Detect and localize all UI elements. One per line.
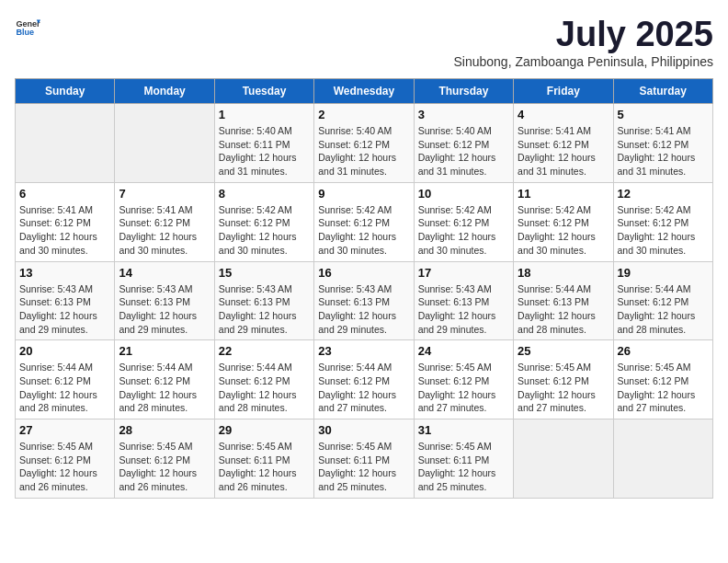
day-info: Sunrise: 5:43 AM Sunset: 6:13 PM Dayligh…	[318, 282, 409, 337]
calendar-cell: 18Sunrise: 5:44 AM Sunset: 6:13 PM Dayli…	[514, 261, 613, 340]
day-of-week-header: Thursday	[414, 79, 513, 104]
calendar-cell: 17Sunrise: 5:43 AM Sunset: 6:13 PM Dayli…	[414, 261, 513, 340]
calendar-cell: 8Sunrise: 5:42 AM Sunset: 6:12 PM Daylig…	[214, 182, 313, 261]
day-info: Sunrise: 5:44 AM Sunset: 6:12 PM Dayligh…	[119, 361, 210, 415]
day-info: Sunrise: 5:42 AM Sunset: 6:12 PM Dayligh…	[518, 203, 609, 258]
day-info: Sunrise: 5:42 AM Sunset: 6:12 PM Dayligh…	[318, 203, 409, 258]
day-number: 31	[418, 423, 509, 437]
calendar-week-row: 20Sunrise: 5:44 AM Sunset: 6:12 PM Dayli…	[16, 340, 713, 419]
day-info: Sunrise: 5:41 AM Sunset: 6:12 PM Dayligh…	[618, 124, 709, 178]
calendar-cell: 25Sunrise: 5:45 AM Sunset: 6:12 PM Dayli…	[514, 340, 613, 419]
day-info: Sunrise: 5:44 AM Sunset: 6:12 PM Dayligh…	[318, 361, 409, 415]
day-info: Sunrise: 5:42 AM Sunset: 6:12 PM Dayligh…	[219, 203, 310, 258]
calendar-cell: 21Sunrise: 5:44 AM Sunset: 6:12 PM Dayli…	[115, 340, 214, 419]
day-number: 6	[19, 187, 110, 201]
title-area: July 2025 Sinubong, Zamboanga Peninsula,…	[453, 15, 713, 69]
day-info: Sunrise: 5:45 AM Sunset: 6:12 PM Dayligh…	[19, 440, 110, 494]
day-info: Sunrise: 5:44 AM Sunset: 6:12 PM Dayligh…	[19, 361, 110, 415]
day-number: 26	[618, 344, 709, 358]
day-info: Sunrise: 5:41 AM Sunset: 6:12 PM Dayligh…	[119, 203, 210, 258]
calendar-table: SundayMondayTuesdayWednesdayThursdayFrid…	[15, 78, 713, 499]
day-info: Sunrise: 5:43 AM Sunset: 6:13 PM Dayligh…	[19, 282, 110, 337]
day-number: 29	[219, 423, 310, 437]
day-number: 30	[318, 423, 409, 437]
day-info: Sunrise: 5:44 AM Sunset: 6:12 PM Dayligh…	[219, 361, 310, 415]
day-info: Sunrise: 5:45 AM Sunset: 6:12 PM Dayligh…	[119, 440, 210, 494]
calendar-cell: 13Sunrise: 5:43 AM Sunset: 6:13 PM Dayli…	[16, 261, 115, 340]
month-title: July 2025	[453, 15, 713, 54]
day-info: Sunrise: 5:40 AM Sunset: 6:12 PM Dayligh…	[318, 124, 409, 178]
day-of-week-header: Friday	[514, 79, 613, 104]
day-info: Sunrise: 5:41 AM Sunset: 6:12 PM Dayligh…	[19, 203, 110, 258]
day-info: Sunrise: 5:45 AM Sunset: 6:12 PM Dayligh…	[418, 361, 509, 415]
day-number: 25	[518, 344, 609, 358]
calendar-header: SundayMondayTuesdayWednesdayThursdayFrid…	[16, 79, 713, 104]
calendar-cell	[115, 104, 214, 183]
day-number: 8	[219, 187, 310, 201]
logo-icon: General Blue	[15, 15, 40, 40]
day-number: 24	[418, 344, 509, 358]
calendar-cell: 10Sunrise: 5:42 AM Sunset: 6:12 PM Dayli…	[414, 182, 513, 261]
calendar-cell: 31Sunrise: 5:45 AM Sunset: 6:11 PM Dayli…	[414, 419, 513, 499]
calendar-cell	[16, 104, 115, 183]
day-info: Sunrise: 5:43 AM Sunset: 6:13 PM Dayligh…	[119, 282, 210, 337]
calendar-cell: 22Sunrise: 5:44 AM Sunset: 6:12 PM Dayli…	[214, 340, 313, 419]
day-number: 3	[418, 108, 509, 121]
day-number: 19	[618, 266, 709, 280]
calendar-cell	[514, 419, 613, 499]
day-info: Sunrise: 5:43 AM Sunset: 6:13 PM Dayligh…	[418, 282, 509, 337]
day-of-week-header: Wednesday	[314, 79, 414, 104]
calendar-cell: 19Sunrise: 5:44 AM Sunset: 6:12 PM Dayli…	[613, 261, 712, 340]
calendar-cell: 27Sunrise: 5:45 AM Sunset: 6:12 PM Dayli…	[16, 419, 115, 499]
day-number: 21	[119, 344, 210, 358]
calendar-cell: 28Sunrise: 5:45 AM Sunset: 6:12 PM Dayli…	[115, 419, 214, 499]
day-number: 5	[618, 108, 709, 121]
svg-text:Blue: Blue	[16, 28, 34, 37]
calendar-cell: 4Sunrise: 5:41 AM Sunset: 6:12 PM Daylig…	[514, 104, 613, 183]
day-info: Sunrise: 5:44 AM Sunset: 6:13 PM Dayligh…	[518, 282, 609, 337]
day-number: 11	[518, 187, 609, 201]
subtitle: Sinubong, Zamboanga Peninsula, Philippin…	[453, 54, 713, 69]
day-of-week-header: Tuesday	[214, 79, 313, 104]
day-number: 20	[19, 344, 110, 358]
day-info: Sunrise: 5:42 AM Sunset: 6:12 PM Dayligh…	[418, 203, 509, 258]
day-number: 1	[219, 108, 310, 121]
day-info: Sunrise: 5:45 AM Sunset: 6:11 PM Dayligh…	[219, 440, 310, 494]
calendar-cell: 30Sunrise: 5:45 AM Sunset: 6:11 PM Dayli…	[314, 419, 414, 499]
svg-text:General: General	[16, 19, 40, 29]
calendar-week-row: 13Sunrise: 5:43 AM Sunset: 6:13 PM Dayli…	[16, 261, 713, 340]
day-number: 9	[318, 187, 409, 201]
day-number: 10	[418, 187, 509, 201]
calendar-cell: 24Sunrise: 5:45 AM Sunset: 6:12 PM Dayli…	[414, 340, 513, 419]
calendar-cell: 3Sunrise: 5:40 AM Sunset: 6:12 PM Daylig…	[414, 104, 513, 183]
day-number: 23	[318, 344, 409, 358]
day-number: 18	[518, 266, 609, 280]
day-number: 12	[618, 187, 709, 201]
day-of-week-header: Monday	[115, 79, 214, 104]
day-info: Sunrise: 5:41 AM Sunset: 6:12 PM Dayligh…	[518, 124, 609, 178]
calendar-cell: 1Sunrise: 5:40 AM Sunset: 6:11 PM Daylig…	[214, 104, 313, 183]
day-number: 22	[219, 344, 310, 358]
day-number: 2	[318, 108, 409, 121]
calendar-cell: 14Sunrise: 5:43 AM Sunset: 6:13 PM Dayli…	[115, 261, 214, 340]
day-info: Sunrise: 5:43 AM Sunset: 6:13 PM Dayligh…	[219, 282, 310, 337]
calendar-cell: 9Sunrise: 5:42 AM Sunset: 6:12 PM Daylig…	[314, 182, 414, 261]
day-info: Sunrise: 5:45 AM Sunset: 6:11 PM Dayligh…	[318, 440, 409, 494]
logo: General Blue	[15, 15, 40, 40]
calendar-week-row: 1Sunrise: 5:40 AM Sunset: 6:11 PM Daylig…	[16, 104, 713, 183]
day-number: 17	[418, 266, 509, 280]
day-number: 4	[518, 108, 609, 121]
calendar-cell: 11Sunrise: 5:42 AM Sunset: 6:12 PM Dayli…	[514, 182, 613, 261]
calendar-week-row: 27Sunrise: 5:45 AM Sunset: 6:12 PM Dayli…	[16, 419, 713, 499]
calendar-cell: 20Sunrise: 5:44 AM Sunset: 6:12 PM Dayli…	[16, 340, 115, 419]
calendar-cell: 26Sunrise: 5:45 AM Sunset: 6:12 PM Dayli…	[613, 340, 712, 419]
calendar-cell	[613, 419, 712, 499]
calendar-cell: 2Sunrise: 5:40 AM Sunset: 6:12 PM Daylig…	[314, 104, 414, 183]
calendar-cell: 5Sunrise: 5:41 AM Sunset: 6:12 PM Daylig…	[613, 104, 712, 183]
day-number: 28	[119, 423, 210, 437]
day-info: Sunrise: 5:45 AM Sunset: 6:11 PM Dayligh…	[418, 440, 509, 494]
day-info: Sunrise: 5:40 AM Sunset: 6:11 PM Dayligh…	[219, 124, 310, 178]
day-number: 15	[219, 266, 310, 280]
day-number: 16	[318, 266, 409, 280]
calendar-cell: 16Sunrise: 5:43 AM Sunset: 6:13 PM Dayli…	[314, 261, 414, 340]
